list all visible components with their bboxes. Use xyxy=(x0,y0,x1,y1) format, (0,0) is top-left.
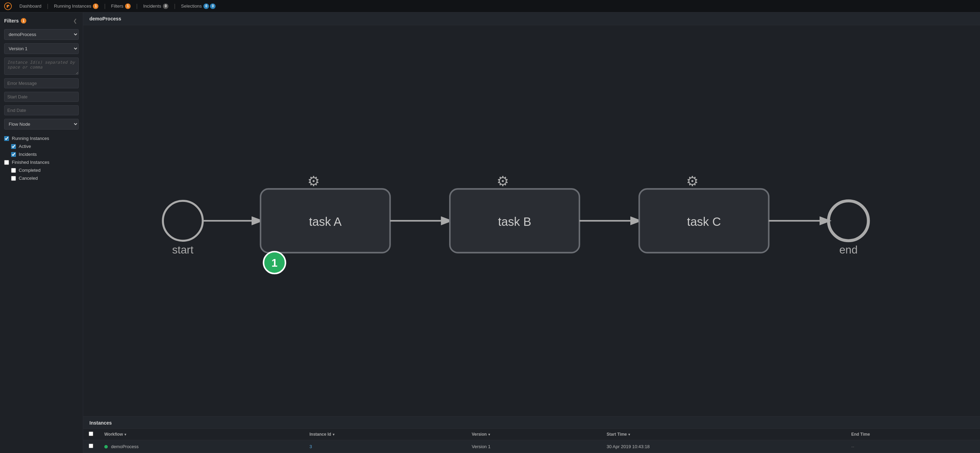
row-workflow: demoProcess xyxy=(99,440,304,453)
svg-text:task C: task C xyxy=(687,215,721,228)
nav-separator-4: | xyxy=(174,3,175,10)
canceled-checkbox[interactable] xyxy=(11,176,16,181)
workflow-sort-icon: ▾ xyxy=(124,432,126,436)
select-all-checkbox[interactable] xyxy=(89,432,93,436)
completed-checkbox[interactable] xyxy=(11,168,16,173)
version-select[interactable]: Version 1 xyxy=(4,43,79,54)
instances-header: Instances xyxy=(83,416,980,429)
sidebar-title: Filters 1 xyxy=(4,18,26,24)
incidents-checkbox[interactable] xyxy=(11,152,16,157)
th-select-all[interactable] xyxy=(83,429,99,440)
instance-ids-textarea[interactable] xyxy=(4,57,79,75)
svg-text:1: 1 xyxy=(271,257,278,269)
selections-badge-2: 0 xyxy=(210,3,216,9)
nav-dashboard[interactable]: Dashboard xyxy=(17,0,45,13)
top-nav: Dashboard | Running Instances 1 | Filter… xyxy=(0,0,980,13)
nav-incidents[interactable]: Incidents 0 xyxy=(140,0,171,13)
sidebar-header: Filters 1 ❮ xyxy=(4,17,79,24)
sidebar-badge: 1 xyxy=(21,18,26,24)
main-layout: Filters 1 ❮ demoProcess Version 1 Flow N… xyxy=(0,13,980,453)
version-sort-icon: ▾ xyxy=(488,432,490,436)
row-checkbox[interactable] xyxy=(89,443,93,448)
selections-badges: 0 0 xyxy=(204,3,216,9)
filter-checkboxes: Running Instances Active Incidents Finis… xyxy=(4,136,79,184)
row-start-time: 30 Apr 2019 10:43:18 xyxy=(601,440,846,453)
diagram-area[interactable]: start ⚙ task A 1 ⚙ task B xyxy=(83,25,980,416)
canceled-checkbox-label[interactable]: Canceled xyxy=(11,176,79,181)
flow-node-select[interactable]: Flow Node xyxy=(4,119,79,130)
end-date-input[interactable] xyxy=(4,105,79,115)
instances-panel: Instances Workflow ▾ xyxy=(83,416,980,453)
error-message-input[interactable] xyxy=(4,78,79,88)
th-workflow[interactable]: Workflow ▾ xyxy=(99,429,304,440)
row-instance-id[interactable]: 3 xyxy=(304,440,466,453)
svg-text:⚙: ⚙ xyxy=(686,173,698,189)
nav-separator-2: | xyxy=(104,3,105,10)
logo-icon xyxy=(4,2,12,10)
svg-text:end: end xyxy=(839,243,858,256)
incidents-checkbox-label[interactable]: Incidents xyxy=(11,152,79,157)
row-checkbox-cell[interactable] xyxy=(83,440,99,453)
start-date-input[interactable] xyxy=(4,92,79,102)
svg-text:start: start xyxy=(172,243,194,256)
table-row[interactable]: demoProcess 3 Version 1 30 Apr 2019 10:4… xyxy=(83,440,980,453)
main-content: demoProcess start ⚙ task A 1 xyxy=(83,13,980,453)
finished-instances-checkbox-label[interactable]: Finished Instances xyxy=(4,160,79,165)
th-version[interactable]: Version ▾ xyxy=(466,429,601,440)
th-instance-id[interactable]: Instance Id ▾ xyxy=(304,429,466,440)
nav-separator-1: | xyxy=(47,3,49,10)
svg-point-19 xyxy=(829,201,869,241)
instance-id-sort-icon: ▾ xyxy=(332,432,334,436)
bpmn-diagram: start ⚙ task A 1 ⚙ task B xyxy=(83,25,980,416)
sidebar-collapse-button[interactable]: ❮ xyxy=(72,17,79,24)
nav-filters[interactable]: Filters 1 xyxy=(108,0,134,13)
selections-badge-1: 0 xyxy=(204,3,209,9)
th-end-time: End Time xyxy=(846,429,980,440)
svg-text:⚙: ⚙ xyxy=(496,173,509,189)
process-title: demoProcess xyxy=(89,16,121,21)
row-version: Version 1 xyxy=(466,440,601,453)
instances-table: Workflow ▾ Instance Id ▾ xyxy=(83,429,980,453)
svg-text:task B: task B xyxy=(498,215,531,228)
start-time-sort-icon: ▾ xyxy=(628,432,630,436)
process-select[interactable]: demoProcess xyxy=(4,29,79,40)
status-dot xyxy=(104,445,108,448)
completed-checkbox-label[interactable]: Completed xyxy=(11,168,79,173)
sidebar: Filters 1 ❮ demoProcess Version 1 Flow N… xyxy=(0,13,83,453)
process-header: demoProcess xyxy=(83,13,980,25)
svg-text:⚙: ⚙ xyxy=(307,173,320,189)
th-start-time[interactable]: Start Time ▾ xyxy=(601,429,846,440)
svg-point-1 xyxy=(163,201,203,241)
finished-instances-checkbox[interactable] xyxy=(4,160,9,165)
instance-id-link[interactable]: 3 xyxy=(309,444,312,449)
nav-running-instances[interactable]: Running Instances 1 xyxy=(51,0,102,13)
finished-instances-sub: Completed Canceled xyxy=(11,168,79,181)
nav-separator-3: | xyxy=(136,3,138,10)
running-instances-checkbox-label[interactable]: Running Instances xyxy=(4,136,79,141)
active-checkbox-label[interactable]: Active xyxy=(11,144,79,149)
active-checkbox[interactable] xyxy=(11,144,16,149)
running-instances-badge: 1 xyxy=(93,3,99,9)
running-instances-checkbox[interactable] xyxy=(4,136,9,141)
filters-badge: 1 xyxy=(125,3,130,9)
running-instances-sub: Active Incidents xyxy=(11,144,79,157)
row-end-time: -- xyxy=(846,440,980,453)
nav-selections[interactable]: Selections 0 0 xyxy=(178,0,218,13)
svg-text:task A: task A xyxy=(309,215,342,228)
incidents-badge: 0 xyxy=(163,3,169,9)
